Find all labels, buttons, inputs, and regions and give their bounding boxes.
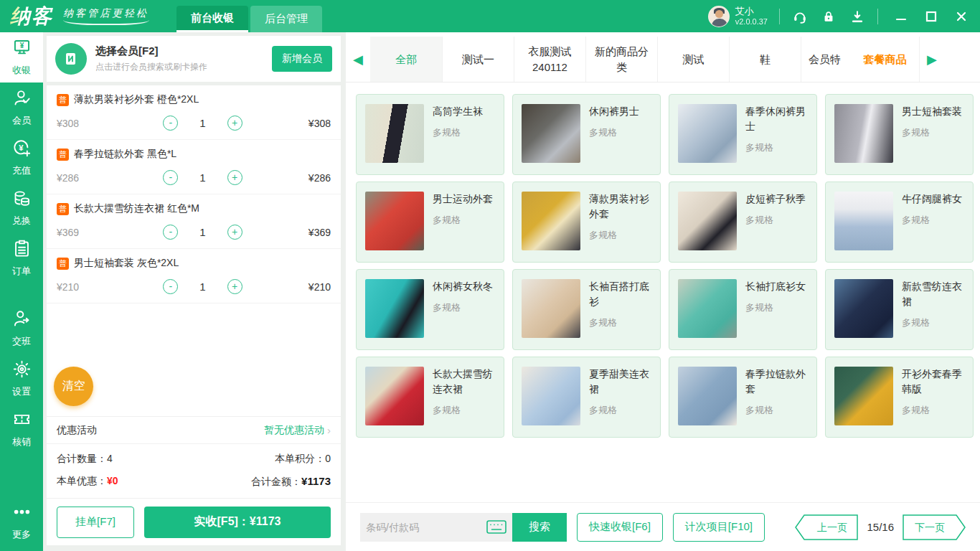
item-type-badge: 普 [57, 258, 69, 270]
product-card[interactable]: 休闲裤女秋冬 多规格 [356, 269, 504, 350]
product-spec: 多规格 [433, 301, 493, 314]
product-card[interactable]: 薄款男装衬衫外套 多规格 [512, 182, 661, 263]
quick-cashier-button[interactable]: 快速收银[F6] [577, 513, 663, 542]
pagination: 上一页 15/16 下一页 [795, 514, 966, 540]
product-image [522, 279, 580, 338]
decrease-qty-button[interactable]: - [163, 170, 178, 185]
count-item-button[interactable]: 计次项目[F10] [673, 513, 765, 542]
category-tab[interactable]: 会员特 [801, 37, 851, 82]
cart-item[interactable]: 普 长款大摆雪纺连衣裙 红色*M ¥369 - 1 + ¥369 [47, 194, 341, 249]
pay-button[interactable]: 实收[F5]：¥1173 [144, 507, 331, 538]
barcode-input[interactable] [366, 522, 486, 533]
increase-qty-button[interactable]: + [227, 170, 242, 185]
promo-label: 优惠活动 [57, 424, 97, 437]
cart-item[interactable]: 普 男士短袖套装 灰色*2XL ¥210 - 1 + ¥210 [47, 249, 341, 303]
product-card[interactable]: 长袖打底衫女 多规格 [669, 269, 817, 350]
tab-back-admin[interactable]: 后台管理 [250, 6, 322, 32]
next-page-button[interactable]: 下一页 [903, 514, 966, 540]
download-icon[interactable] [849, 8, 866, 25]
sidebar-item-settings[interactable]: 设置 [0, 354, 43, 404]
sidebar-item-more[interactable]: 更多 [0, 496, 43, 547]
tab-front-cashier[interactable]: 前台收银 [176, 6, 248, 32]
sidebar-item-exchange[interactable]: 兑换 [0, 183, 43, 233]
member-select-subtitle: 点击进行会员搜索或刷卡操作 [95, 61, 207, 73]
lock-icon[interactable] [820, 8, 837, 25]
category-tabs: ◀ 全部 测试一 衣服测试240112 新的商品分类 测试 鞋 会员特 套餐商品… [346, 37, 980, 83]
prev-page-button[interactable]: 上一页 [795, 514, 858, 540]
product-image [834, 104, 893, 163]
product-card[interactable]: 长袖百搭打底衫 多规格 [512, 269, 661, 350]
category-tab-combo[interactable]: 套餐商品 [851, 37, 920, 82]
customer-service-icon[interactable] [791, 8, 809, 25]
sidebar-item-member[interactable]: 会员 [0, 83, 43, 133]
user-info[interactable]: 艾小 v2.0.0.37 [708, 6, 768, 27]
total-qty: 合计数量：4 [57, 453, 113, 466]
item-type-badge: 普 [57, 203, 69, 215]
cart-items-list: 普 薄款男装衬衫外套 橙色*2XL ¥308 - 1 + ¥308 普 春季拉链… [47, 85, 341, 303]
top-bar: 纳客 纳客管店更轻松 前台收银 后台管理 艾小 v2.0.0.37 [0, 0, 980, 32]
barcode-input-box [360, 513, 512, 542]
keyboard-icon[interactable] [486, 520, 507, 534]
decrease-qty-button[interactable]: - [163, 279, 178, 294]
product-card[interactable]: 男士短袖套装 多规格 [825, 94, 974, 175]
category-tab[interactable]: 测试 [657, 37, 729, 82]
category-tab[interactable]: 衣服测试240112 [514, 37, 585, 82]
order-summary: 合计数量：4 本单积分：0 本单优惠：¥0 合计金额：¥1173 [47, 443, 341, 498]
product-card[interactable]: 牛仔阔腿裤女 多规格 [825, 182, 974, 263]
category-tab-all[interactable]: 全部 [370, 37, 442, 82]
add-member-button[interactable]: 新增会员 [272, 46, 332, 72]
cash-register-icon: ¥ [12, 38, 32, 60]
member-select-card[interactable]: 选择会员[F2] 点击进行会员搜索或刷卡操作 新增会员 [47, 36, 341, 82]
search-button[interactable]: 搜索 [512, 513, 567, 542]
product-image [365, 192, 424, 250]
maximize-button[interactable] [923, 8, 940, 25]
scroll-categories-right-icon[interactable]: ▶ [920, 37, 944, 82]
clear-cart-button[interactable]: 清空 [54, 367, 93, 406]
product-card[interactable]: 夏季甜美连衣裙 多规格 [512, 357, 661, 438]
cart-item-unit-price: ¥210 [57, 281, 125, 293]
cart-item[interactable]: 普 春季拉链款外套 黑色*L ¥286 - 1 + ¥286 [47, 140, 341, 194]
sidebar-item-cashier[interactable]: ¥ 收银 [0, 32, 43, 83]
increase-qty-button[interactable]: + [227, 279, 242, 294]
product-card[interactable]: 皮短裤子秋季 多规格 [669, 182, 817, 263]
product-spec: 多规格 [745, 141, 809, 154]
promo-selector[interactable]: 暂无优惠活动 › [264, 424, 331, 437]
avatar[interactable] [708, 6, 730, 27]
minimize-button[interactable] [892, 8, 910, 25]
sidebar-item-shift[interactable]: 交班 [0, 303, 43, 354]
order-panel: 选择会员[F2] 点击进行会员搜索或刷卡操作 新增会员 普 薄款男装衬衫外套 橙… [43, 32, 344, 551]
decrease-qty-button[interactable]: - [163, 116, 178, 131]
category-tab[interactable]: 鞋 [729, 37, 801, 82]
product-card[interactable]: 男士运动外套 多规格 [356, 182, 504, 263]
hold-order-button[interactable]: 挂单[F7] [57, 507, 134, 538]
sidebar-item-recharge[interactable]: ¥ 充值 [0, 133, 43, 183]
cart-item[interactable]: 普 薄款男装衬衫外套 橙色*2XL ¥308 - 1 + ¥308 [47, 85, 341, 140]
category-tab[interactable]: 新的商品分类 [585, 37, 657, 82]
order-discount: 本单优惠：¥0 [57, 475, 118, 489]
cart-item-name: 长款大摆雪纺连衣裙 红色*M [74, 202, 199, 215]
product-name: 开衫外套春季韩版 [902, 367, 966, 397]
cart-item-unit-price: ¥308 [57, 118, 125, 129]
increase-qty-button[interactable]: + [227, 225, 242, 240]
sidebar-item-verify[interactable]: 核销 [0, 404, 43, 454]
product-spec: 多规格 [433, 126, 483, 139]
product-card[interactable]: 春季拉链款外套 多规格 [669, 357, 817, 438]
product-name: 男士短袖套装 [902, 104, 962, 119]
decrease-qty-button[interactable]: - [163, 225, 178, 240]
cart-item-qty: 1 [199, 281, 205, 293]
app-logo: 纳客 [10, 3, 53, 30]
product-card[interactable]: 开衫外套春季韩版 多规格 [825, 357, 974, 438]
promo-value: 暂无优惠活动 [264, 424, 324, 437]
increase-qty-button[interactable]: + [227, 116, 242, 131]
product-card[interactable]: 长款大摆雪纺连衣裙 多规格 [356, 357, 504, 438]
scroll-categories-left-icon[interactable]: ◀ [346, 37, 370, 82]
product-card[interactable]: 高筒学生袜 多规格 [356, 94, 504, 175]
category-tab[interactable]: 测试一 [442, 37, 514, 82]
product-card[interactable]: 新款雪纺连衣裙 多规格 [825, 269, 974, 350]
cart-card: 普 薄款男装衬衫外套 橙色*2XL ¥308 - 1 + ¥308 普 春季拉链… [47, 85, 341, 545]
close-button[interactable] [953, 8, 970, 25]
product-card[interactable]: 春季休闲裤男士 多规格 [669, 94, 817, 175]
product-name: 皮短裤子秋季 [745, 192, 806, 207]
sidebar-item-orders[interactable]: 订单 [0, 233, 43, 283]
product-card[interactable]: 休闲裤男士 多规格 [512, 94, 661, 175]
